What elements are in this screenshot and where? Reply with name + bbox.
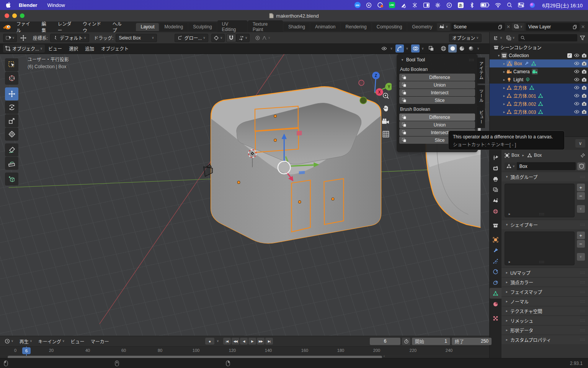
menu-keying[interactable]: キーイング∨	[35, 338, 68, 345]
render-visibility-icon[interactable]	[581, 109, 587, 115]
tab-tool[interactable]	[490, 152, 501, 163]
tab-modifiers[interactable]	[490, 245, 501, 256]
tab-layout[interactable]: Layout	[136, 23, 159, 31]
scale-tool[interactable]	[5, 114, 18, 127]
menu-edit[interactable]: 編集	[38, 20, 54, 33]
collapse-icon[interactable]: ▾	[497, 54, 501, 58]
light-data-icon[interactable]	[525, 77, 530, 82]
expand-icon[interactable]: ▸	[502, 62, 506, 66]
tab-particles[interactable]	[490, 256, 501, 266]
expand-icon[interactable]: ▸	[502, 110, 506, 114]
tab-geometry[interactable]: Geometry	[407, 23, 437, 31]
tab-constraints[interactable]	[490, 277, 501, 288]
viewport-menu-object[interactable]: オブジェクト	[98, 45, 132, 52]
proportional-falloff-dropdown[interactable]: ∨	[262, 34, 270, 42]
vertex-groups-listbox[interactable]: ▸::::	[505, 184, 575, 217]
section-remesh[interactable]: ▸リメッシュ::::	[501, 315, 588, 325]
tab-texture[interactable]	[490, 313, 501, 324]
list-resize-handle[interactable]: ::::	[539, 260, 544, 264]
apple-logo-icon[interactable]	[6, 2, 12, 8]
menu-help[interactable]: ヘルプ	[109, 20, 130, 33]
gizmo-plane-z[interactable]	[299, 171, 305, 174]
zoom-view-button[interactable]	[382, 92, 390, 100]
use-preview-range-toggle[interactable]	[402, 338, 410, 345]
render-visibility-icon[interactable]	[581, 53, 587, 58]
section-custom-properties[interactable]: ▸カスタムプロパティ::::	[501, 335, 588, 344]
tab-view-layer[interactable]	[490, 184, 501, 195]
scene-datablock-button[interactable]: ∨	[437, 23, 450, 31]
section-geometry-data[interactable]: ▸形状データ::::	[501, 325, 588, 335]
outliner-row-box[interactable]: ▸ Box	[490, 59, 588, 67]
auto-intersect-button[interactable]: Intersect	[399, 89, 475, 96]
xray-toggle[interactable]	[427, 44, 435, 53]
outliner-row-scene-collection[interactable]: シーンコレクション	[490, 43, 588, 51]
tab-physics[interactable]	[490, 266, 501, 277]
mesh-data-icon[interactable]	[538, 93, 543, 99]
viewport-3d[interactable]: オブジェク... ∨ ビュー 選択 追加 オブジェクト ∨ ∨ ∨	[0, 43, 489, 336]
hide-eye-icon[interactable]	[574, 69, 580, 74]
menu-marker[interactable]: マーカー	[88, 338, 112, 345]
scissors-icon[interactable]	[412, 2, 418, 8]
app-menu-blender[interactable]: Blender	[19, 2, 37, 8]
section-normals[interactable]: ▸ノーマル::::	[501, 296, 588, 306]
hide-eye-icon[interactable]	[574, 77, 580, 82]
outliner-search-input[interactable]	[518, 34, 577, 41]
battery-icon[interactable]	[480, 2, 490, 8]
select-box-tool[interactable]	[5, 58, 18, 71]
grid-ortho-button[interactable]	[382, 130, 390, 138]
section-texture-space[interactable]: ▸テクスチャ空間::::	[501, 306, 588, 315]
snap-target-button[interactable]: ∨	[211, 34, 225, 42]
vgroup-remove-button[interactable]: −	[577, 192, 585, 200]
outliner-row-collection[interactable]: ▾ Collection ✓	[490, 51, 588, 59]
options-dropdown[interactable]: オプション ∨	[449, 34, 482, 42]
modifier-wrench-icon[interactable]	[524, 61, 529, 66]
tab-sculpting[interactable]: Sculpting	[188, 23, 216, 31]
mesh-data-icon[interactable]	[538, 109, 543, 115]
mesh-name-field[interactable]: Box	[517, 162, 576, 170]
tab-world[interactable]	[490, 206, 501, 217]
move-tool-indicator-icon[interactable]	[19, 34, 28, 42]
properties-search-chevron[interactable]: ∨	[575, 139, 585, 148]
rotate-tool[interactable]	[5, 101, 18, 114]
spotlight-search-icon[interactable]	[506, 2, 513, 8]
auto-slice-button[interactable]: Slice	[399, 97, 475, 104]
brush-union-button[interactable]: Union	[399, 121, 475, 128]
object-visibility-dropdown[interactable]	[380, 44, 389, 53]
viewport-menu-view[interactable]: ビュー	[45, 45, 65, 52]
auto-keying-record-button[interactable]: ●	[205, 338, 214, 345]
play-reverse-button[interactable]: ◀	[240, 338, 248, 345]
tab-render[interactable]	[490, 163, 501, 174]
expand-icon[interactable]: ▸	[502, 86, 506, 90]
measure-tool[interactable]	[5, 157, 18, 170]
expand-icon[interactable]: ▸	[502, 102, 506, 106]
compass-icon[interactable]	[366, 2, 372, 8]
viewport-menu-add[interactable]: 追加	[82, 45, 98, 52]
snowflake-icon[interactable]	[435, 2, 441, 8]
section-drag-handle[interactable]: ::::	[580, 223, 585, 227]
shapekey-specials-dropdown[interactable]: ∨	[577, 253, 585, 261]
section-shape-keys[interactable]: ▾シェイプキー ::::	[501, 220, 588, 229]
jump-to-start-button[interactable]: |◀	[223, 338, 231, 345]
line-app-icon[interactable]: LINE	[389, 2, 395, 8]
orientation-dropdown[interactable]: デフォルト ∨	[50, 34, 89, 42]
expand-icon[interactable]: ▸	[502, 70, 506, 74]
outliner-filter-dropdown[interactable]: ∨	[504, 34, 517, 42]
list-filter-toggle[interactable]: ▸	[507, 212, 512, 216]
transform-tool[interactable]	[5, 128, 18, 141]
viewlayer-remove-button[interactable]: ✕	[581, 24, 585, 30]
shapekey-remove-button[interactable]: −	[577, 240, 585, 248]
breadcrumb-object[interactable]: Box	[511, 153, 519, 158]
frame-start-field[interactable]: 開始1	[412, 338, 450, 345]
prev-keyframe-button[interactable]: ◀◀	[232, 338, 239, 345]
app-menu-window[interactable]: Window	[47, 2, 65, 8]
hide-eye-icon[interactable]	[574, 61, 580, 66]
tab-compositing[interactable]: Compositing	[372, 23, 407, 31]
section-vertex-colors[interactable]: ▸頂点カラー::::	[501, 277, 588, 287]
playhead-badge[interactable]: 6	[22, 347, 31, 354]
next-keyframe-button[interactable]: ▶▶	[257, 338, 265, 345]
menu-render[interactable]: レンダー	[54, 20, 79, 33]
outliner-row-cube-001[interactable]: ▸ 立方体.001	[490, 92, 588, 100]
move-tool[interactable]	[5, 87, 18, 100]
shading-rendered-button[interactable]	[467, 44, 475, 53]
tab-object[interactable]	[490, 234, 501, 245]
